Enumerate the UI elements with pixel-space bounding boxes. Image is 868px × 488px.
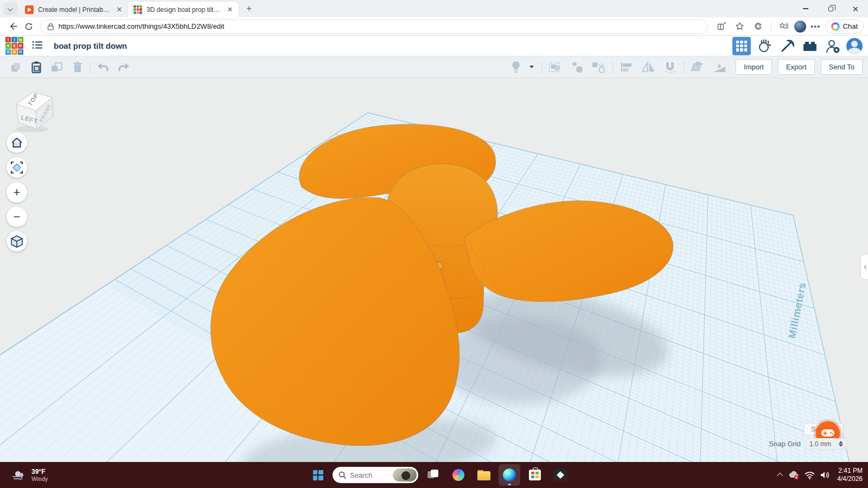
mirror-icon xyxy=(641,61,655,73)
show-all-dropdown[interactable] xyxy=(527,58,538,76)
panel-collapse-handle[interactable]: ‹ xyxy=(860,254,868,280)
speaker-icon[interactable] xyxy=(820,471,830,479)
tab-close-icon[interactable]: ✕ xyxy=(115,5,124,14)
chat-label: Chat xyxy=(843,22,858,30)
onedrive-status-icon[interactable] xyxy=(788,470,800,480)
invite-collaborator-button[interactable] xyxy=(824,37,842,55)
address-bar[interactable] xyxy=(40,20,708,34)
url-input[interactable] xyxy=(59,22,701,30)
export-button[interactable]: Export xyxy=(778,59,815,75)
blocks-view-button[interactable] xyxy=(732,37,751,55)
weather-widget[interactable]: 39°F Windy xyxy=(8,462,53,488)
minimize-button[interactable] xyxy=(793,0,818,17)
zoom-out-button[interactable]: − xyxy=(7,207,27,227)
bricks-view-button[interactable] xyxy=(801,37,819,55)
favorite-this-page-button[interactable] xyxy=(732,19,748,34)
divider xyxy=(684,61,684,74)
tab-tinkercad[interactable]: 3D design boat prop tilt down - Ti ✕ xyxy=(128,2,239,17)
profile-avatar[interactable] xyxy=(794,21,806,33)
show-all-button[interactable] xyxy=(506,58,526,76)
start-button[interactable] xyxy=(307,464,329,486)
editor-toolbar: Import Export Send To xyxy=(0,56,868,78)
ungroup-all-button[interactable] xyxy=(589,58,609,76)
duplicate-button[interactable] xyxy=(47,58,67,76)
taskbar-search[interactable] xyxy=(333,467,418,483)
send-to-button[interactable]: Send To xyxy=(821,59,863,75)
microsoft-store-button[interactable] xyxy=(524,464,546,486)
tab-search-dropdown[interactable] xyxy=(3,2,17,15)
logo-tile xyxy=(133,8,136,11)
copy-icon xyxy=(10,61,22,73)
trash-icon xyxy=(72,61,83,73)
logo-tile: D xyxy=(18,49,23,55)
favorites-bar-button[interactable] xyxy=(776,19,792,34)
snap-button[interactable] xyxy=(660,58,680,76)
lightbulb-icon xyxy=(511,61,521,74)
tinkercad-header: TINKERCAD boat prop tilt down xyxy=(0,36,868,56)
extensions-button[interactable] xyxy=(750,19,767,34)
paste-button[interactable] xyxy=(26,58,47,76)
align-button[interactable] xyxy=(616,58,637,76)
editor-viewport[interactable]: Millimeters TOP LEFT FRONT + − ‹ Set xyxy=(0,78,868,462)
design-title[interactable]: boat prop tilt down xyxy=(54,41,127,50)
workplane-button[interactable] xyxy=(687,58,708,76)
home-view-button[interactable] xyxy=(7,132,27,153)
refresh-button[interactable] xyxy=(21,19,37,34)
minecraft-export-button[interactable] xyxy=(778,37,796,55)
search-input[interactable] xyxy=(350,471,389,479)
window-controls: ✕ xyxy=(793,0,868,17)
chevron-down-icon xyxy=(7,5,12,11)
hidden-icons-chevron[interactable] xyxy=(777,473,783,479)
clock[interactable]: 2:41 PM 4/4/2026 xyxy=(837,467,863,483)
weather-temp: 39°F xyxy=(31,468,48,476)
group-button[interactable] xyxy=(545,58,566,76)
pinned-app-button[interactable] xyxy=(550,464,571,486)
copilot-chat-button[interactable]: Chat xyxy=(825,20,864,34)
logo-tile xyxy=(133,11,136,14)
weather-condition: Windy xyxy=(31,476,48,483)
tab-printables[interactable]: Create model | Printables.com ✕ xyxy=(20,2,128,17)
tab-close-icon[interactable]: ✕ xyxy=(226,5,234,14)
edge-browser-button[interactable] xyxy=(499,464,520,486)
logo-tile: T xyxy=(5,37,11,42)
wifi-icon[interactable] xyxy=(805,471,815,479)
fit-view-button[interactable] xyxy=(7,157,27,178)
divider xyxy=(771,22,771,31)
sim-lab-button[interactable] xyxy=(755,37,774,55)
redo-button[interactable] xyxy=(113,58,134,76)
ungroup-icon xyxy=(570,61,584,74)
refresh-icon xyxy=(24,22,33,31)
new-tab-button[interactable]: + xyxy=(242,2,256,16)
task-view-button[interactable] xyxy=(422,464,444,486)
delete-button[interactable] xyxy=(67,58,88,76)
ungroup-button[interactable] xyxy=(567,58,588,76)
perspective-toggle-button[interactable] xyxy=(7,231,27,252)
minimize-icon xyxy=(803,8,808,9)
back-button[interactable] xyxy=(4,19,21,34)
logo-tile xyxy=(137,5,139,8)
split-screen-button[interactable] xyxy=(713,19,730,34)
spinner-arrows-icon[interactable] xyxy=(839,441,843,447)
tinkercad-logo[interactable]: TINKERCAD xyxy=(5,37,23,55)
import-button[interactable]: Import xyxy=(736,59,772,75)
copilot-app-button[interactable] xyxy=(448,464,469,486)
view-cube[interactable]: TOP LEFT FRONT xyxy=(7,84,59,134)
ruler-icon xyxy=(712,61,726,74)
snap-grid-dropdown[interactable]: 1.0 mm xyxy=(806,438,846,450)
ruler-button[interactable] xyxy=(709,58,730,76)
undo-button[interactable] xyxy=(93,58,113,76)
browser-menu-button[interactable]: ••• xyxy=(808,22,823,31)
copy-button[interactable] xyxy=(5,58,26,76)
file-explorer-button[interactable] xyxy=(473,464,495,486)
search-daily-image[interactable] xyxy=(393,468,417,481)
tab-title: 3D design boat prop tilt down - Ti xyxy=(146,6,221,14)
windy-icon xyxy=(12,469,27,481)
close-button[interactable]: ✕ xyxy=(843,0,868,17)
propeller-model[interactable] xyxy=(0,78,868,462)
restore-button[interactable] xyxy=(818,0,843,17)
zoom-in-button[interactable]: + xyxy=(7,182,27,203)
flip-button[interactable] xyxy=(638,58,659,76)
account-avatar[interactable] xyxy=(846,38,863,54)
logo-tile: R xyxy=(18,43,23,48)
menu-button[interactable] xyxy=(32,41,43,52)
